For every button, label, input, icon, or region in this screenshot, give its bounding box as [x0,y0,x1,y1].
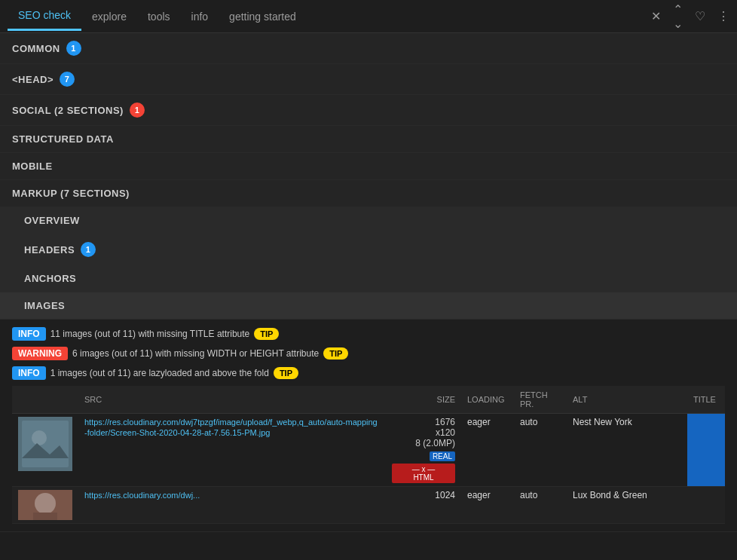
badge-head: 7 [60,72,75,87]
svg-point-5 [35,493,56,514]
alert-warning-wh: WARNING 6 images (out of 11) with missin… [12,347,725,360]
thumb-cell-2 [12,487,78,524]
section-head[interactable]: <HEAD> 7 [0,64,737,95]
section-social-label: SOCIAL (2 sections) [12,105,124,116]
fetch-cell-2: auto [514,487,567,524]
src-cell-2: https://res.cloudinary.com/dwj... [78,487,386,524]
alert-info-lazyload: INFO 1 images (out of 11) are lazyloaded… [12,366,725,380]
size-width-2: 1024 [392,490,455,500]
alert-label-info-1: INFO [12,327,46,341]
alert-info-title: INFO 11 images (out of 11) with missing … [12,327,725,341]
col-size: SIZE [386,386,461,414]
alt-cell-2: Lux Bond & Green [567,487,687,524]
html-size-1: — x — HTML [392,464,455,483]
col-thumb [12,386,78,414]
badge-headers: 1 [81,242,96,257]
tip-badge-2[interactable]: TIP [323,347,348,360]
col-title: TITLE [687,386,725,414]
more-options-icon[interactable]: ⋮ [717,9,729,23]
alt-cell-1: Nest New York [567,414,687,487]
images-table: SRC SIZE LOADING FETCH PR. ALT TITLE [12,386,725,524]
table-row: https://res.cloudinary.com/dwj... 1024 e… [12,487,725,524]
nav-bar: SEO check explore tools info getting sta… [8,2,651,31]
col-fetch: FETCH PR. [514,386,567,414]
alert-text-info-1: 11 images (out of 11) with missing TITLE… [50,329,250,339]
nav-seo-check[interactable]: SEO check [8,2,81,31]
topbar: SEO check explore tools info getting sta… [0,0,737,33]
table-row: https://res.cloudinary.com/dwj7tpzgf/ima… [12,414,725,487]
tip-badge-1[interactable]: TIP [254,328,279,340]
section-overview-label: OVERVIEW [24,215,80,226]
section-headers[interactable]: HEADERS 1 [0,234,737,265]
nav-info[interactable]: info [181,3,219,30]
svg-point-2 [32,430,47,445]
col-loading: LOADING [461,386,514,414]
badge-social: 1 [130,103,145,118]
thumbnail-2 [18,490,72,520]
section-images-label: IMAGES [24,300,65,311]
section-mobile-label: MOBILE [12,161,53,172]
section-mobile[interactable]: MOBILE [0,153,737,180]
col-src: SRC [78,386,386,414]
section-overview[interactable]: OVERVIEW [0,207,737,234]
images-content: INFO 11 images (out of 11) with missing … [0,320,737,532]
thumbnail-1 [18,417,72,471]
size-kb-1: 8 (2.0MP) [392,438,455,448]
section-anchors-label: ANCHORS [24,273,76,284]
real-badge-1: REAL [430,451,455,461]
svg-rect-1 [22,421,69,467]
title-cell-2 [687,487,725,524]
title-cell-1 [687,414,725,487]
section-markup-label: MARKUP (7 sections) [12,188,130,199]
alert-text-warning: 6 images (out of 11) with missing WIDTH … [72,348,319,359]
topbar-icons: ✕ ⌃⌄ ♡ ⋮ [651,2,729,31]
thumb-cell-1 [12,414,78,487]
size-height-1: x120 [392,427,455,438]
section-common[interactable]: COMMON 1 [0,33,737,64]
section-anchors[interactable]: ANCHORS [0,265,737,292]
alert-text-info-2: 1 images (out of 11) are lazyloaded and … [50,368,269,378]
section-headers-label: HEADERS [24,244,75,256]
fetch-cell-1: auto [514,414,567,487]
section-structured-data[interactable]: STRUCTURED DATA [0,126,737,153]
section-head-label: <HEAD> [12,74,54,85]
alert-label-warning: WARNING [12,347,68,360]
section-images[interactable]: IMAGES [0,292,737,320]
size-width-1: 1676 [392,417,455,427]
expand-collapse-icon[interactable]: ⌃⌄ [673,2,683,31]
section-social[interactable]: SOCIAL (2 sections) 1 [0,95,737,126]
loading-cell-2: eager [461,487,514,524]
badge-common: 1 [66,41,81,56]
close-icon[interactable]: ✕ [651,9,661,23]
section-common-label: COMMON [12,43,60,54]
svg-rect-6 [33,513,57,520]
nav-getting-started[interactable]: getting started [219,3,307,30]
nav-explore[interactable]: explore [81,3,137,30]
src-link-2[interactable]: https://res.cloudinary.com/dwj... [84,491,200,500]
alert-label-info-2: INFO [12,366,46,380]
col-alt: ALT [567,386,687,414]
section-structured-data-label: STRUCTURED DATA [12,133,114,145]
loading-cell-1: eager [461,414,514,487]
tip-badge-3[interactable]: TIP [274,367,298,379]
size-cell-1: 1676 x120 8 (2.0MP) REAL — x — HTML [386,414,461,487]
src-cell-1: https://res.cloudinary.com/dwj7tpzgf/ima… [78,414,386,487]
src-link-1[interactable]: https://res.cloudinary.com/dwj7tpzgf/ima… [84,418,378,437]
section-markup[interactable]: MARKUP (7 sections) [0,180,737,207]
size-cell-2: 1024 [386,487,461,524]
favorite-icon[interactable]: ♡ [695,9,705,23]
nav-tools[interactable]: tools [137,3,181,30]
